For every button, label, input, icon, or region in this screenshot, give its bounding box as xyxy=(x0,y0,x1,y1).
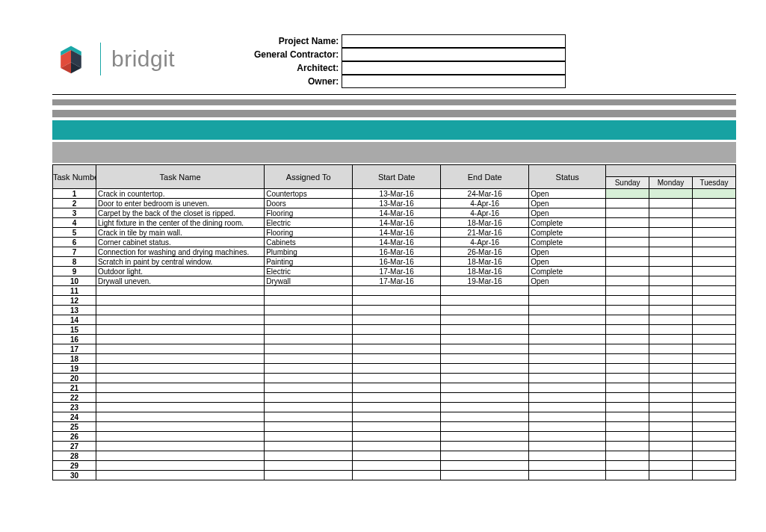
table-row[interactable]: 28 xyxy=(53,451,736,461)
cell-end-date xyxy=(441,335,529,344)
cell-status xyxy=(529,315,606,325)
table-row[interactable]: 29 xyxy=(53,461,736,471)
cell-day xyxy=(693,208,736,218)
table-row[interactable]: 5Crack in tile by main wall.Flooring14-M… xyxy=(53,228,736,238)
cell-assigned-to xyxy=(265,354,353,364)
cell-end-date: 24-Mar-16 xyxy=(441,189,529,199)
table-row[interactable]: 8Scratch in paint by central window.Pain… xyxy=(53,257,736,267)
table-row[interactable]: 4Light fixture in the center of the dini… xyxy=(53,218,736,228)
table-row[interactable]: 2Door to enter bedroom is uneven.Doors13… xyxy=(53,199,736,208)
cell-day xyxy=(606,451,649,461)
cell-day xyxy=(693,238,736,247)
table-row[interactable]: 6Corner cabinet status.Cabinets14-Mar-16… xyxy=(53,238,736,247)
cell-task-name xyxy=(96,442,264,451)
cell-start-date: 17-Mar-16 xyxy=(353,276,441,286)
table-row[interactable]: 23 xyxy=(53,403,736,412)
table-row[interactable]: 9Outdoor light.Electric17-Mar-1618-Mar-1… xyxy=(53,267,736,276)
col-day-sunday: Sunday xyxy=(606,177,649,189)
table-row[interactable]: 26 xyxy=(53,432,736,442)
project-name-input[interactable] xyxy=(342,34,566,48)
table-row[interactable]: 10Drywall uneven.Drywall17-Mar-1619-Mar-… xyxy=(53,276,736,286)
cell-task-name xyxy=(96,374,264,383)
table-row[interactable]: 12 xyxy=(53,296,736,306)
table-row[interactable]: 17 xyxy=(53,344,736,354)
table-row[interactable]: 3Carpet by the back of the closet is rip… xyxy=(53,208,736,218)
table-row[interactable]: 30 xyxy=(53,471,736,480)
owner-input[interactable] xyxy=(342,75,566,88)
table-body: 1Crack in countertop.Countertops13-Mar-1… xyxy=(53,189,736,480)
general-contractor-input[interactable] xyxy=(342,48,566,61)
table-row[interactable]: 1Crack in countertop.Countertops13-Mar-1… xyxy=(53,189,736,199)
cell-status: Open xyxy=(529,247,606,257)
cell-day xyxy=(606,471,649,480)
cell-start-date: 16-Mar-16 xyxy=(353,247,441,257)
table-row[interactable]: 16 xyxy=(53,335,736,344)
cell-task-name: Crack in countertop. xyxy=(96,189,264,199)
cell-assigned-to xyxy=(265,296,353,306)
cell-day xyxy=(693,335,736,344)
cell-day xyxy=(693,189,736,199)
task-table[interactable]: Task Number Task Name Assigned To Start … xyxy=(52,164,736,480)
cell-assigned-to xyxy=(265,451,353,461)
cell-day xyxy=(606,442,649,451)
cell-day xyxy=(693,451,736,461)
cell-start-date: 13-Mar-16 xyxy=(353,199,441,208)
col-task-name: Task Name xyxy=(96,165,264,189)
cell-status xyxy=(529,393,606,403)
table-row[interactable]: 11 xyxy=(53,286,736,296)
cell-day xyxy=(693,393,736,403)
cell-status xyxy=(529,344,606,354)
table-row[interactable]: 18 xyxy=(53,354,736,364)
cell-end-date: 18-Mar-16 xyxy=(441,267,529,276)
col-end-date: End Date xyxy=(441,165,529,189)
cell-day xyxy=(693,296,736,306)
cell-assigned-to xyxy=(265,335,353,344)
cell-task-number: 20 xyxy=(53,374,96,383)
cell-day xyxy=(649,296,693,306)
cell-status: Open xyxy=(529,208,606,218)
cell-day xyxy=(649,315,693,325)
cell-day xyxy=(649,228,693,238)
cell-day xyxy=(606,374,649,383)
table-row[interactable]: 25 xyxy=(53,422,736,432)
cell-assigned-to: Countertops xyxy=(265,189,353,199)
cell-task-name xyxy=(96,306,264,315)
cell-day xyxy=(606,393,649,403)
cell-status: Open xyxy=(529,257,606,267)
cell-start-date xyxy=(353,471,441,480)
table-row[interactable]: 24 xyxy=(53,412,736,422)
cell-status xyxy=(529,354,606,364)
architect-input[interactable] xyxy=(342,61,566,75)
table-row[interactable]: 14 xyxy=(53,315,736,325)
table-row[interactable]: 21 xyxy=(53,383,736,393)
cell-day xyxy=(693,267,736,276)
table-row[interactable]: 7Connection for washing and drying machi… xyxy=(53,247,736,257)
project-name-label: Project Name: xyxy=(254,34,342,48)
cell-assigned-to xyxy=(265,422,353,432)
cell-task-name: Light fixture in the center of the dinin… xyxy=(96,218,264,228)
header: bridgit Project Name: General Contractor… xyxy=(52,30,736,88)
col-assigned-to: Assigned To xyxy=(265,165,353,189)
cell-task-name: Scratch in paint by central window. xyxy=(96,257,264,267)
cell-start-date xyxy=(353,335,441,344)
col-start-date: Start Date xyxy=(353,165,441,189)
table-row[interactable]: 27 xyxy=(53,442,736,451)
cell-status xyxy=(529,461,606,471)
col-task-number: Task Number xyxy=(53,165,96,189)
cell-assigned-to xyxy=(265,383,353,393)
cell-day xyxy=(649,247,693,257)
table-row[interactable]: 13 xyxy=(53,306,736,315)
cell-task-number: 26 xyxy=(53,432,96,442)
table-row[interactable]: 20 xyxy=(53,374,736,383)
cell-status: Complete xyxy=(529,238,606,247)
cell-day xyxy=(649,208,693,218)
cell-assigned-to xyxy=(265,286,353,296)
cell-status xyxy=(529,432,606,442)
cell-start-date xyxy=(353,383,441,393)
table-row[interactable]: 15 xyxy=(53,325,736,335)
table-row[interactable]: 19 xyxy=(53,364,736,374)
cell-task-number: 29 xyxy=(53,461,96,471)
table-row[interactable]: 22 xyxy=(53,393,736,403)
cell-day xyxy=(649,393,693,403)
cell-task-name: Corner cabinet status. xyxy=(96,238,264,247)
